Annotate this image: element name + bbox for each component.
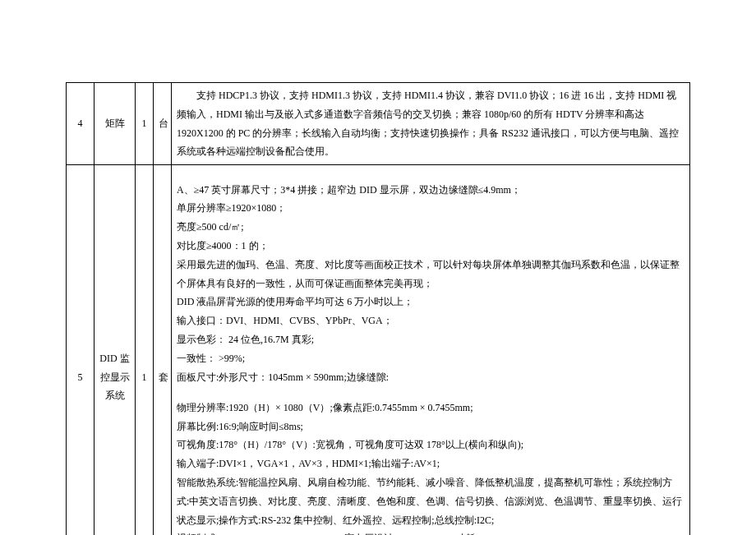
item-qty: 1 [136, 83, 154, 165]
desc-line: 显示色彩： 24 位色,16.7M 真彩; [177, 330, 685, 349]
desc-line: 可视角度:178°（H）/178°（V）:宽视角，可视角度可达双 178°以上(… [177, 436, 685, 454]
spec-table: 4 矩阵 1 台 支持 HDCP1.3 协议，支持 HDMI1.3 协议，支持 … [66, 82, 690, 535]
desc-line: 一致性： >99%; [177, 349, 685, 368]
item-name: DID 监控显示系统 [94, 165, 136, 535]
desc-line: 对比度≥4000：1 的； [177, 237, 685, 256]
item-unit: 套 [154, 165, 172, 535]
desc-blank [177, 386, 685, 398]
desc-line: DID 液晶屏背光源的使用寿命平均可达 6 万小时以上； [177, 293, 685, 311]
desc-blank [177, 168, 685, 180]
desc-line: 面板尺寸:外形尺寸：1045mm × 590mm;边缘缝隙: [177, 368, 685, 387]
row-number: 5 [67, 165, 94, 535]
table-row: 5 DID 监控显示系统 1 套 A、≥47 英寸屏幕尺寸；3*4 拼接；超窄边… [67, 165, 690, 535]
item-description: A、≥47 英寸屏幕尺寸；3*4 拼接；超窄边 DID 显示屏，双边边缘缝隙≤4… [172, 165, 690, 535]
table-row: 4 矩阵 1 台 支持 HDCP1.3 协议，支持 HDMI1.3 协议，支持 … [67, 83, 690, 165]
desc-line: 采用最先进的伽玛、色温、亮度、对比度等画面校正技术，可以针对每块屏体单独调整其伽… [177, 256, 685, 293]
desc-line: 支持 HDCP1.3 协议，支持 HDMI1.3 协议，支持 HDMI1.4 协… [177, 86, 685, 161]
desc-line: 智能散热系统:智能温控风扇、风扇自检功能、节约能耗、减小噪音、降低整机温度，提高… [177, 473, 685, 529]
desc-line: A、≥47 英寸屏幕尺寸；3*4 拼接；超窄边 DID 显示屏，双边边缘缝隙≤4… [177, 181, 685, 200]
desc-line: 输入接口：DVI、HDMI、CVBS、YPbPr、VGA； [177, 311, 685, 330]
desc-line: 屏幕比例:16:9;响应时间≤8ms; [177, 417, 685, 436]
desc-line: 单屏分辨率≥1920×1080； [177, 199, 685, 218]
desc-line: 亮度≥500 cd/㎡; [177, 218, 685, 237]
item-description: 支持 HDCP1.3 协议，支持 HDMI1.3 协议，支持 HDMI1.4 协… [172, 83, 690, 165]
row-number: 4 [67, 83, 94, 165]
desc-line: 视频制式:PAL、NTSC3.58、NTSC4.43;宽电压设计:100~240… [177, 529, 685, 535]
item-qty: 1 [136, 165, 154, 535]
item-name: 矩阵 [94, 83, 136, 165]
item-unit: 台 [154, 83, 172, 165]
desc-line: 输入端子:DVI×1，VGA×1，AV×3，HDMI×1;输出端子:AV×1; [177, 454, 685, 473]
desc-line: 物理分辨率:1920（H）× 1080（V）;像素点距:0.7455mm × 0… [177, 399, 685, 417]
